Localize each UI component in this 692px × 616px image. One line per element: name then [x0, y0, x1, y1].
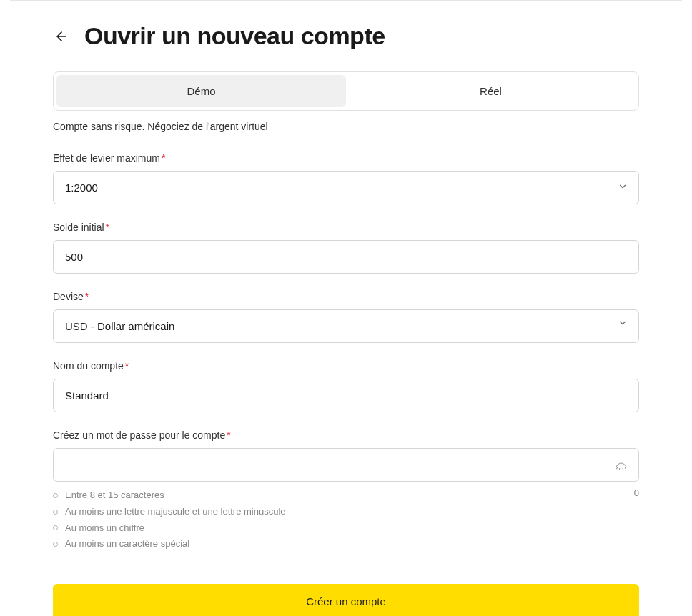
- currency-select[interactable]: [53, 309, 639, 343]
- open-account-page: Ouvrir un nouveau compte Démo Réel Compt…: [10, 0, 682, 616]
- svg-line-1: [617, 467, 618, 469]
- password-input[interactable]: [53, 448, 639, 482]
- svg-line-2: [619, 468, 620, 470]
- password-group: Créez un mot de passe pour le compte* En…: [53, 429, 639, 552]
- initial-balance-label: Solde initial*: [53, 222, 639, 233]
- password-req-item: Au moins un caractère spécial: [53, 536, 286, 552]
- currency-value[interactable]: [53, 309, 639, 343]
- password-requirements: Entre 8 et 15 caractères Au moins une le…: [53, 487, 286, 552]
- page-header: Ouvrir un nouveau compte: [53, 22, 639, 50]
- create-account-button[interactable]: Créer un compte: [53, 584, 639, 616]
- leverage-value[interactable]: [53, 171, 639, 204]
- account-type-tabs: Démo Réel: [53, 71, 639, 111]
- password-label: Créez un mot de passe pour le compte*: [53, 429, 639, 441]
- account-name-input[interactable]: [53, 379, 639, 412]
- initial-balance-group: Solde initial*: [53, 222, 639, 274]
- password-req-item: Au moins une lettre majuscule et une let…: [53, 504, 286, 520]
- tab-description: Compte sans risque. Négociez de l'argent…: [53, 121, 639, 132]
- leverage-select[interactable]: [53, 171, 639, 204]
- currency-group: Devise*: [53, 291, 639, 343]
- page-title: Ouvrir un nouveau compte: [84, 22, 385, 50]
- password-char-count: 0: [634, 487, 639, 498]
- password-req-item: Entre 8 et 15 caractères: [53, 487, 286, 504]
- back-arrow-icon[interactable]: [53, 28, 70, 45]
- leverage-label: Effet de levier maximum*: [53, 152, 639, 164]
- password-req-item: Au moins un chiffre: [53, 520, 286, 537]
- leverage-group: Effet de levier maximum*: [53, 152, 639, 204]
- account-name-group: Nom du compte*: [53, 360, 639, 412]
- tab-demo[interactable]: Démo: [56, 75, 346, 107]
- tab-reel[interactable]: Réel: [346, 75, 636, 107]
- account-name-label: Nom du compte*: [53, 360, 639, 372]
- password-requirements-row: Entre 8 et 15 caractères Au moins une le…: [53, 487, 639, 552]
- eye-closed-icon[interactable]: [615, 459, 628, 472]
- currency-label: Devise*: [53, 291, 639, 302]
- svg-line-3: [623, 468, 623, 470]
- svg-line-4: [625, 467, 626, 469]
- initial-balance-input[interactable]: [53, 240, 639, 274]
